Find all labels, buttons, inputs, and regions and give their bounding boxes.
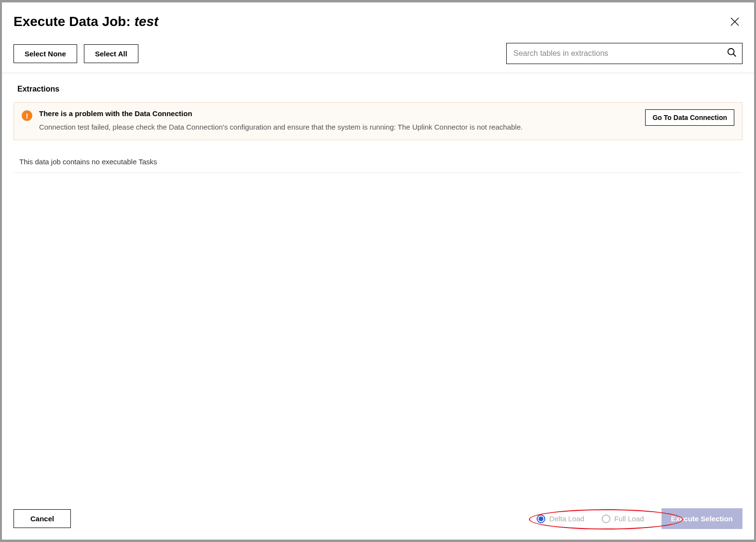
close-button[interactable] bbox=[727, 14, 742, 31]
content-area: Extractions ! There is a problem with th… bbox=[2, 73, 754, 500]
radio-icon bbox=[602, 515, 610, 523]
cancel-button[interactable]: Cancel bbox=[14, 509, 71, 528]
delta-load-label: Delta Load bbox=[549, 515, 584, 523]
search-icon bbox=[727, 47, 737, 60]
footer-right: Delta Load Full Load Execute Selection bbox=[537, 508, 742, 529]
alert-action: Go To Data Connection bbox=[645, 109, 734, 126]
full-load-radio[interactable]: Full Load bbox=[602, 515, 644, 523]
go-to-data-connection-button[interactable]: Go To Data Connection bbox=[645, 109, 734, 126]
select-all-button[interactable]: Select All bbox=[84, 44, 138, 63]
select-none-button[interactable]: Select None bbox=[14, 44, 77, 63]
execute-selection-button[interactable]: Execute Selection bbox=[662, 508, 742, 529]
alert-title: There is a problem with the Data Connect… bbox=[39, 109, 637, 118]
delta-load-radio[interactable]: Delta Load bbox=[537, 515, 584, 523]
job-name: test bbox=[135, 14, 159, 29]
svg-point-2 bbox=[728, 49, 734, 55]
title-prefix: Execute Data Job: bbox=[14, 14, 131, 29]
alert-left: ! There is a problem with the Data Conne… bbox=[22, 109, 637, 133]
close-icon bbox=[729, 21, 741, 29]
toolbar: Select None Select All bbox=[2, 39, 754, 73]
toolbar-left: Select None Select All bbox=[14, 44, 138, 63]
modal-header: Execute Data Job: test bbox=[2, 2, 754, 39]
modal-footer: Cancel Delta Load Full Load Execute Sele… bbox=[2, 500, 754, 540]
warning-icon: ! bbox=[22, 110, 32, 133]
modal-title: Execute Data Job: test bbox=[14, 14, 159, 29]
alert-body: There is a problem with the Data Connect… bbox=[39, 109, 637, 133]
connection-alert: ! There is a problem with the Data Conne… bbox=[14, 102, 742, 140]
radio-icon bbox=[537, 515, 545, 523]
load-type-radio-group: Delta Load Full Load bbox=[537, 515, 644, 523]
full-load-label: Full Load bbox=[614, 515, 644, 523]
svg-line-3 bbox=[733, 54, 736, 57]
empty-state-text: This data job contains no executable Tas… bbox=[14, 155, 742, 173]
modal-dialog: Execute Data Job: test Select None Selec… bbox=[2, 2, 754, 540]
extractions-section-title: Extractions bbox=[17, 85, 742, 93]
search-input[interactable] bbox=[513, 49, 727, 58]
alert-message: Connection test failed, please check the… bbox=[39, 121, 637, 133]
search-field[interactable] bbox=[506, 43, 742, 64]
